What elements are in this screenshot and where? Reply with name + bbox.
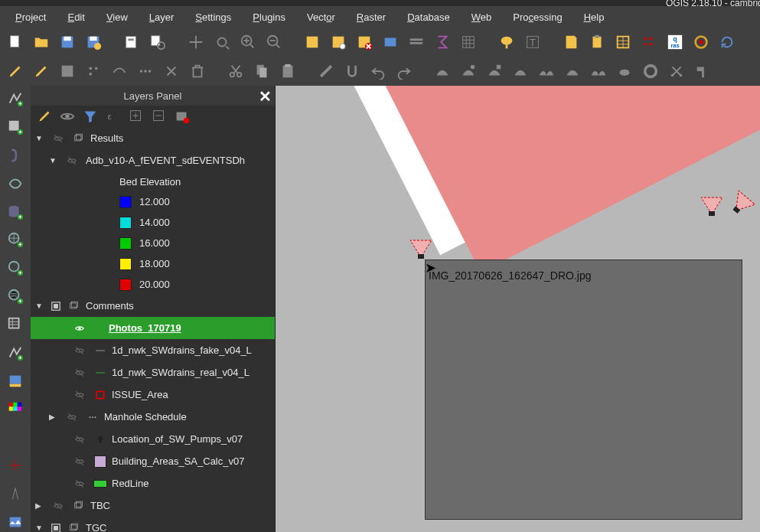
print-composer-icon[interactable] — [121, 31, 142, 53]
expander-icon[interactable]: ▼ — [35, 302, 44, 310]
magnet-icon[interactable] — [341, 60, 363, 82]
expand-all-icon[interactable] — [127, 107, 145, 126]
profile-3-icon[interactable] — [484, 60, 505, 82]
menu-edit[interactable]: Edit — [57, 8, 95, 26]
map-canvas[interactable]: ➤ IMG_20170626_162647_DRO.jpg — [276, 86, 760, 532]
open-icon[interactable] — [31, 31, 52, 53]
visibility-off-icon[interactable] — [70, 456, 89, 467]
composer-manager-icon[interactable] — [147, 31, 168, 53]
group-results[interactable]: ▼ Results — [31, 127, 275, 149]
visibility-off-icon[interactable] — [70, 390, 89, 400]
menu-settings[interactable]: Settings — [184, 8, 242, 26]
remove-layer-icon[interactable] — [173, 107, 191, 126]
save-as-icon[interactable] — [83, 31, 104, 53]
new-shapefile-icon[interactable] — [4, 342, 27, 363]
add-delimited-icon[interactable] — [4, 315, 27, 335]
layer-redline[interactable]: RedLine — [31, 472, 275, 494]
visibility-off-icon[interactable] — [63, 412, 81, 423]
zoom-in-icon[interactable] — [237, 31, 259, 53]
visibility-off-icon[interactable] — [70, 434, 89, 445]
layer-buildings[interactable]: Building_Areas_SA_Calc_v07 — [31, 450, 275, 472]
photo-marker[interactable] — [406, 236, 436, 259]
add-db-icon[interactable] — [4, 201, 27, 222]
pencil-edit-icon[interactable] — [5, 60, 26, 82]
image-icon[interactable] — [4, 511, 27, 532]
visibility-off-icon[interactable] — [70, 367, 89, 378]
layer-swdrains-real[interactable]: 1d_nwk_SWdrains_real_v04_L — [31, 361, 275, 383]
menu-layer[interactable]: Layer — [139, 8, 185, 26]
ruler-icon[interactable] — [315, 60, 337, 82]
zoom-layer-icon[interactable] — [354, 31, 375, 53]
zoom-next-icon[interactable] — [406, 31, 427, 53]
profile-1-icon[interactable] — [432, 60, 453, 82]
expander-icon[interactable]: ▼ — [35, 524, 44, 532]
blob-icon[interactable] — [614, 60, 635, 82]
filter-visibility-icon[interactable] — [58, 107, 77, 126]
profile-6-icon[interactable] — [562, 60, 583, 82]
color-picker-icon[interactable] — [4, 399, 27, 419]
redo-icon[interactable] — [393, 60, 415, 82]
menu-raster[interactable]: Raster — [346, 8, 396, 26]
menu-view[interactable]: View — [96, 8, 139, 26]
photo-marker[interactable] — [723, 184, 760, 222]
style-manager-icon[interactable] — [4, 370, 27, 391]
close-icon[interactable]: ✕ — [259, 87, 272, 106]
layer-pumps[interactable]: Location_of_SW_Pumps_v07 — [31, 428, 275, 450]
add-spatialite-icon[interactable] — [4, 173, 27, 194]
expander-icon[interactable]: ▶ — [35, 501, 44, 510]
hammer-icon[interactable] — [692, 60, 713, 82]
menu-web[interactable]: Web — [461, 8, 503, 26]
zoom-last-icon[interactable] — [380, 31, 401, 53]
zoom-selection-icon[interactable] — [328, 31, 349, 53]
profile-7-icon[interactable] — [588, 60, 609, 82]
refresh-icon[interactable] — [716, 31, 738, 53]
photo-marker[interactable] — [696, 193, 727, 216]
layer-swdrains-fake[interactable]: 1d_nwk_SWdrains_fake_v04_L — [31, 339, 275, 361]
visibility-off-icon[interactable] — [70, 478, 89, 489]
add-postgis-icon[interactable] — [4, 145, 27, 166]
menu-help[interactable]: Help — [573, 8, 615, 26]
node-tool-icon[interactable] — [135, 60, 156, 82]
grid-icon[interactable] — [458, 31, 479, 53]
visibility-off-icon[interactable] — [70, 345, 89, 356]
table-icon[interactable] — [612, 31, 634, 53]
identify-icon[interactable] — [496, 31, 517, 53]
add-wms-icon[interactable] — [4, 230, 27, 250]
visibility-on-icon[interactable] — [70, 323, 89, 334]
layer-manhole[interactable]: ▶ Manhole Schedule — [31, 406, 275, 428]
note-icon[interactable] — [560, 31, 582, 53]
checkbox-icon[interactable] — [49, 522, 63, 533]
layer-adb[interactable]: ▼ Adb_v10-A_fEVENT_sdEVENTSDh — [31, 149, 275, 171]
menu-plugins[interactable]: Plugins — [242, 8, 296, 26]
compass-icon[interactable] — [4, 483, 27, 504]
pencil-icon[interactable] — [31, 60, 52, 82]
dots-icon[interactable] — [638, 31, 660, 53]
add-vector-icon[interactable] — [4, 89, 27, 109]
clipboard-icon[interactable] — [586, 31, 608, 53]
crosshair-icon[interactable] — [4, 455, 27, 476]
copy-icon[interactable] — [251, 60, 272, 82]
delete-icon[interactable] — [187, 60, 208, 82]
add-wcs-icon[interactable] — [4, 258, 27, 279]
move-feature-icon[interactable] — [109, 60, 130, 82]
style-btn-icon[interactable] — [35, 107, 54, 126]
add-feature-icon[interactable] — [83, 60, 104, 82]
text-icon[interactable]: T — [522, 31, 543, 53]
pan-selection-icon[interactable] — [211, 31, 233, 53]
gear-ring-icon[interactable] — [690, 31, 712, 53]
menu-project[interactable]: Project — [5, 8, 57, 26]
pan-icon[interactable] — [185, 31, 207, 53]
menu-vector[interactable]: Vector — [296, 8, 346, 26]
undo-icon[interactable] — [367, 60, 389, 82]
zoom-full-icon[interactable] — [302, 31, 323, 53]
expander-icon[interactable]: ▼ — [35, 134, 44, 142]
collapse-all-icon[interactable] — [150, 107, 168, 126]
paste-icon[interactable] — [277, 60, 298, 82]
visibility-off-icon[interactable] — [49, 133, 67, 144]
profile-4-icon[interactable] — [510, 60, 531, 82]
expression-icon[interactable]: ε — [104, 107, 122, 126]
menu-database[interactable]: Database — [396, 8, 461, 26]
profile-5-icon[interactable] — [536, 60, 557, 82]
menu-processing[interactable]: Processing — [502, 8, 572, 26]
scissors-icon[interactable] — [666, 60, 687, 82]
